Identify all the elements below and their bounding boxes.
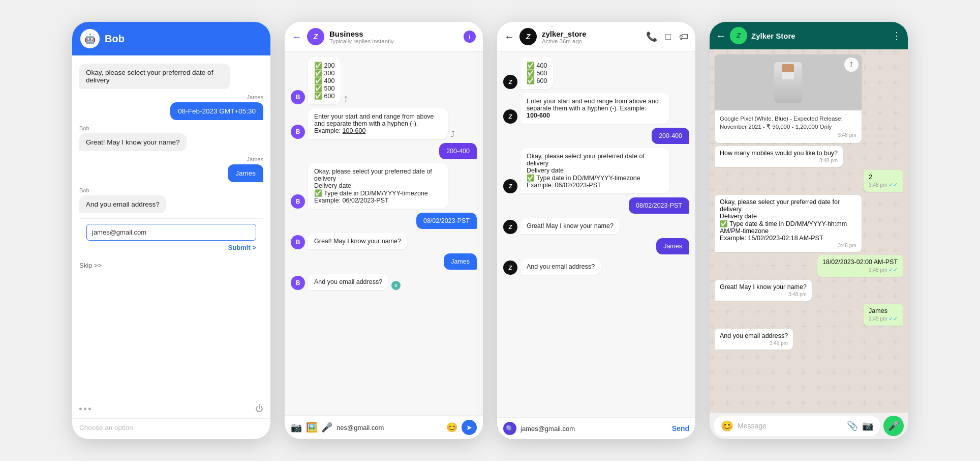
camera-icon[interactable]: 📷: [291, 422, 302, 433]
bot-msg-p2-2: Enter your start and end range from abov…: [308, 108, 448, 139]
phone2-header: ← Z Business Typically replies instantly…: [285, 22, 483, 52]
phone3-text-input[interactable]: [520, 425, 668, 433]
wa-input-placeholder[interactable]: Message: [738, 422, 843, 430]
bot-avatar-2e: B: [291, 276, 305, 290]
bot-avatar-2b: B: [291, 125, 305, 139]
bot-avatar: 🤖: [80, 29, 100, 48]
video-icon[interactable]: □: [665, 32, 671, 42]
email-input[interactable]: [86, 224, 256, 241]
phone3-subtitle: Active 36m ago: [542, 38, 639, 44]
dot-2: [84, 408, 86, 410]
emoji-icon[interactable]: 😊: [446, 422, 457, 433]
product-card: ⤴ Google Pixel (White, Blue) - Expected …: [715, 54, 862, 143]
skip-button[interactable]: Skip >>: [79, 262, 263, 269]
phone2-input-row: 📷 🖼️ 🎤 😊 ➤: [285, 415, 483, 439]
phone3-header: ← Z zylker_store Active 36m ago 📞 □ 🏷: [497, 22, 695, 52]
bot-bubble-wrap-3: B Okay, please select your preferred dat…: [291, 163, 477, 209]
send-button-2[interactable]: ➤: [462, 420, 477, 435]
phone-icon[interactable]: 📞: [646, 31, 657, 42]
wa-msg-name: James: [869, 307, 887, 314]
user-msg-date: 08-Feb-2023 GMT+05:30: [170, 102, 263, 120]
phone4-logo: Z: [730, 27, 747, 44]
bot-msg-p3-2: Enter your start and end range from abov…: [520, 93, 669, 124]
bot-avatar-2: B: [291, 90, 305, 104]
mic-icon[interactable]: 🎤: [321, 422, 332, 433]
phone3-container: ← Z zylker_store Active 36m ago 📞 □ 🏷 Z …: [497, 22, 695, 439]
product-share-icon[interactable]: ⤴: [844, 57, 859, 72]
attachment-icon[interactable]: 📎: [847, 420, 858, 431]
phone3-input-row: 🔍 Send: [497, 417, 695, 439]
wa-sent-date: 18/02/2023-02:00 AM-PST 3:48 pm ✓✓: [817, 255, 903, 277]
bot-icon: 🤖: [84, 33, 96, 44]
image-icon[interactable]: 🖼️: [306, 422, 317, 433]
phone3-body: Z ✅ 400✅ 500✅ 600 Z Enter your start and…: [497, 52, 695, 417]
submit-button[interactable]: Submit >: [228, 244, 256, 251]
bot-msg-3: And you email address?: [79, 195, 166, 213]
msg-label-bob1: Bob: [79, 125, 89, 131]
phone4-logo-letter: Z: [737, 32, 741, 40]
phone4-store-name: Zylker Store: [751, 32, 795, 40]
phone2-logo: Z: [307, 28, 324, 45]
dot-1: [79, 408, 82, 410]
checkmark-date: ✓✓: [889, 267, 898, 273]
phone2-subtitle: Typically replies instantly: [329, 38, 458, 44]
phone4-back-arrow[interactable]: ←: [716, 30, 726, 42]
bot-msg-1: Okay, please select your preferred date …: [79, 64, 230, 89]
dots-area: [79, 408, 91, 410]
product-info: Google Pixel (White, Blue) - Expected Re…: [715, 110, 862, 143]
bot-row-p3-5: Z And you email address?: [503, 258, 689, 275]
phone4-container: ← Z Zylker Store ⋮ ⤴ Google Pixel (White…: [710, 22, 908, 439]
wa-received-4: And you email address? 3:49 pm: [715, 329, 793, 350]
search-icon-3[interactable]: 🔍: [503, 422, 516, 435]
more-icon[interactable]: ⋮: [892, 30, 902, 42]
camera-icon-wa[interactable]: 📷: [862, 420, 873, 431]
wa-time-date: 3:48 pm ✓✓: [822, 267, 898, 273]
emoji-picker-icon[interactable]: 😊: [721, 420, 733, 432]
choose-option-text: Choose an option: [79, 424, 133, 431]
bot-row-p3-2: Z Enter your start and end range from ab…: [503, 93, 689, 124]
wa-time-2: 3:48 pm: [720, 243, 856, 248]
z-logo-3d: Z: [503, 220, 517, 234]
wa-msg-text-4: And you email address?: [720, 332, 788, 339]
bot-avatar-2c: B: [291, 194, 305, 209]
phone2-text-input[interactable]: [336, 424, 442, 431]
wa-input-box: 😊 Message 📎 📷: [714, 416, 880, 436]
product-time: 3:48 pm: [720, 132, 856, 139]
msg-label-james1: James: [247, 94, 263, 100]
msg-label-bob2: Bob: [79, 187, 89, 193]
phone1-input-area: Submit >: [79, 218, 263, 256]
bot-msg-p2-5: And you email address?: [308, 274, 388, 290]
product-description: Google Pixel (White, Blue) - Expected Re…: [720, 116, 843, 130]
wa-msg-text-1: How many mobiles would you like to buy?: [720, 150, 838, 157]
wa-msg-date: 18/02/2023-02:00 AM-PST: [822, 258, 898, 266]
phone3-store-name: zylker_store: [542, 30, 639, 38]
msg-label-james2: James: [247, 156, 263, 162]
power-icon: ⏻: [255, 404, 263, 413]
bot-msg-p3-1: ✅ 400✅ 500✅ 600: [520, 57, 553, 89]
info-icon[interactable]: i: [464, 31, 476, 43]
wa-sent-1: 2 3:48 pm ✓✓: [864, 170, 903, 192]
user-msg-name: James: [228, 164, 263, 182]
bot-row-p3-1: Z ✅ 400✅ 500✅ 600: [503, 57, 689, 89]
phone2-business-name: Business: [329, 30, 458, 38]
wa-msg-text-3: Great! May I know your name?: [720, 283, 807, 291]
emoji-indicator: B: [391, 281, 401, 290]
phone1-body: Okay, please select your preferred date …: [72, 55, 270, 400]
phone4-input-row: 😊 Message 📎 📷 🎤: [710, 413, 908, 439]
phone3-logo-letter: Z: [526, 33, 531, 41]
bot-msg-2: Great! May I know your name?: [79, 133, 187, 151]
phone4-body: ⤴ Google Pixel (White, Blue) - Expected …: [710, 49, 908, 413]
back-arrow-icon[interactable]: ←: [292, 31, 302, 43]
user-msg-p2-1: 200-400: [439, 143, 477, 159]
share-icon-1[interactable]: ⤴: [344, 95, 348, 104]
bot-msg-p3-4: Great! May I know your name?: [520, 218, 620, 234]
wa-msg-text-2: Okay, please select your preferred date …: [720, 198, 847, 242]
z-logo-3b: Z: [503, 109, 517, 124]
wa-msg-text-sent-1: 2: [869, 174, 872, 181]
send-button-3[interactable]: Send: [672, 424, 689, 433]
phone3-back-arrow[interactable]: ←: [504, 31, 514, 43]
tag-icon[interactable]: 🏷: [679, 32, 688, 42]
checkmark-name: ✓✓: [889, 315, 898, 322]
share-icon-2[interactable]: ⤴: [451, 130, 455, 139]
mic-button[interactable]: 🎤: [883, 416, 904, 436]
